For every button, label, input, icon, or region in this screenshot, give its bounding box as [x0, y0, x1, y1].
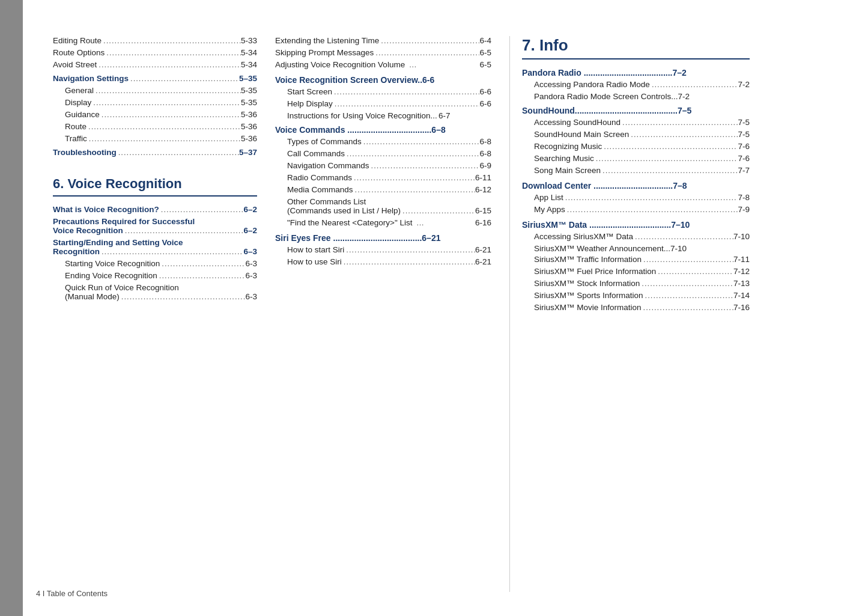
page-number: 5-36 — [241, 110, 257, 119]
page-number: 6-5 — [479, 60, 491, 69]
page-number: 5–37 — [239, 148, 257, 157]
dots-filler — [94, 86, 241, 96]
list-item: Extending the Listening Time 6-4 — [275, 36, 491, 46]
page-number: 7-8 — [738, 193, 750, 202]
page-number: 7-13 — [733, 279, 750, 288]
entry-label: Skipping Prompt Messages — [275, 48, 374, 57]
list-item: Troubleshooting 5–37 — [53, 148, 257, 158]
entry-label: Start Screen — [287, 87, 332, 96]
section-siriusxm: SiriusXM™ Data .........................… — [522, 220, 750, 313]
list-item: (Manual Mode) 6-3 — [53, 292, 257, 302]
dots-filler — [656, 267, 733, 277]
page-number: 7-11 — [733, 255, 750, 264]
page-number: 6-8 — [479, 137, 491, 146]
entry-label: How to start Siri — [287, 245, 344, 254]
list-item: "Find the Nearest <Category>" List … 6-1… — [275, 218, 491, 228]
column-1: Editing Route 5-33 Route Options 5-34 Av… — [53, 36, 275, 592]
list-item: SiriusXM™ Movie Information 7-16 — [522, 303, 750, 313]
list-item: Navigation Settings 5–35 — [53, 74, 257, 84]
entry-label: Guidance — [65, 110, 100, 119]
entry-label: Pandora Radio Mode Screen Controls...7-2 — [534, 92, 690, 101]
page-number: 5-34 — [241, 48, 257, 57]
entry-label: Voice Recognition — [53, 226, 123, 235]
list-item: Types of Commands 6-8 — [275, 137, 491, 147]
page-number: 5-36 — [241, 134, 257, 143]
list-item: Instructions for Using Voice Recognition… — [275, 111, 491, 120]
page-number: 7-12 — [733, 267, 750, 276]
page-number: 5-35 — [241, 98, 257, 107]
page-number: 6-11 — [475, 173, 491, 182]
page-number: 7-6 — [738, 154, 750, 163]
page-number: 5-33 — [241, 36, 257, 45]
list-item: Pandora Radio Mode Screen Controls...7-2 — [522, 92, 750, 101]
entry-label: Editing Route — [53, 36, 102, 45]
page-number: 7-14 — [733, 291, 750, 300]
page: Editing Route 5-33 Route Options 5-34 Av… — [0, 0, 868, 616]
list-item: Accessing SiriusXM™ Data 7-10 — [522, 232, 750, 242]
entry-label: SiriusXM™ Traffic Information — [534, 255, 642, 264]
entry-label: App List — [534, 193, 563, 202]
list-item: Starting Voice Recognition 6-3 — [53, 259, 257, 269]
entry-label: Accessing Pandora Radio Mode — [534, 80, 650, 89]
entry-label: Route — [65, 122, 86, 131]
dots-filler — [333, 99, 480, 109]
section-siriusxm-header: SiriusXM™ Data .........................… — [522, 220, 750, 230]
entry-label: "Find the Nearest <Category>" List — [287, 218, 412, 227]
column-3: 7. Info Pandora Radio ..................… — [509, 36, 750, 592]
list-item: Other Commands List — [275, 197, 491, 206]
dots-filler — [369, 161, 480, 171]
chapter-title: 6. Voice Recognition — [53, 176, 257, 197]
entry-label: Avoid Street — [53, 60, 97, 69]
list-item: (Commands used in List / Help) 6-15 — [275, 206, 491, 216]
list-item: Display 5-35 — [53, 98, 257, 108]
page-number: 5-34 — [241, 60, 257, 69]
list-item: Skipping Prompt Messages 6-5 — [275, 48, 491, 58]
list-item: Recognizing Music 7-6 — [522, 142, 750, 152]
dots-filler — [160, 259, 245, 269]
entry-label: Accessing SiriusXM™ Data — [534, 232, 633, 241]
dots-filler — [129, 74, 239, 84]
entry-label: Instructions for Using Voice Recognition… — [287, 111, 450, 120]
entry-label: SoundHound Main Screen — [534, 130, 629, 139]
entry-label: Route Options — [53, 48, 105, 57]
page-number: 5-35 — [241, 86, 257, 95]
entry-label: (Manual Mode) — [65, 292, 120, 301]
page-number: 6-6 — [479, 99, 491, 108]
entry-label: SiriusXM™ Stock Information — [534, 279, 640, 288]
section-header-label: Navigation Settings — [53, 74, 129, 83]
entry-label: Navigation Commands — [287, 161, 369, 170]
dots-filler — [353, 185, 475, 195]
section-siri: Siri Eyes Free .........................… — [275, 233, 491, 267]
list-item: SoundHound Main Screen 7-5 — [522, 130, 750, 140]
dots-filler — [345, 149, 479, 159]
page-number: 7-5 — [738, 130, 750, 139]
page-number: 6-3 — [245, 292, 257, 301]
dots-filler — [594, 154, 738, 164]
column-2: Extending the Listening Time 6-4 Skippin… — [275, 36, 509, 592]
page-number: 7-10 — [733, 232, 750, 241]
entry-label: Starting/Ending and Setting Voice — [53, 238, 183, 247]
entry-label: Media Commands — [287, 185, 353, 194]
page-number: 6–2 — [243, 205, 257, 214]
page-number: 7-9 — [738, 205, 750, 214]
page-number: 6-6 — [479, 87, 491, 96]
list-item: App List 7-8 — [522, 193, 750, 203]
left-sidebar-bar — [0, 0, 23, 616]
entry-label: Precautions Required for Successful — [53, 217, 195, 226]
list-item: Avoid Street 5-34 — [53, 60, 257, 70]
section-soundhound-header: SoundHound..............................… — [522, 106, 750, 115]
list-item: SiriusXM™ Weather Announcement...7-10 — [522, 244, 750, 253]
entry-label: Call Commands — [287, 149, 345, 158]
dots-filler — [401, 206, 475, 216]
list-item: General 5-35 — [53, 86, 257, 96]
content-area: Editing Route 5-33 Route Options 5-34 Av… — [23, 0, 868, 616]
entry-label: Adjusting Voice Recognition Volume — [275, 60, 405, 69]
page-number: 5–35 — [239, 74, 257, 83]
page-number: 6-15 — [475, 206, 491, 215]
list-item: SiriusXM™ Traffic Information 7-11 — [522, 255, 750, 265]
entry-label: Recognizing Music — [534, 142, 602, 151]
dots-filler — [100, 110, 241, 120]
entry-label: SiriusXM™ Sports Information — [534, 291, 643, 300]
col1-chapter-entries: What is Voice Recognition? 6–2 Precautio… — [53, 205, 257, 302]
dots-filler — [633, 232, 733, 242]
